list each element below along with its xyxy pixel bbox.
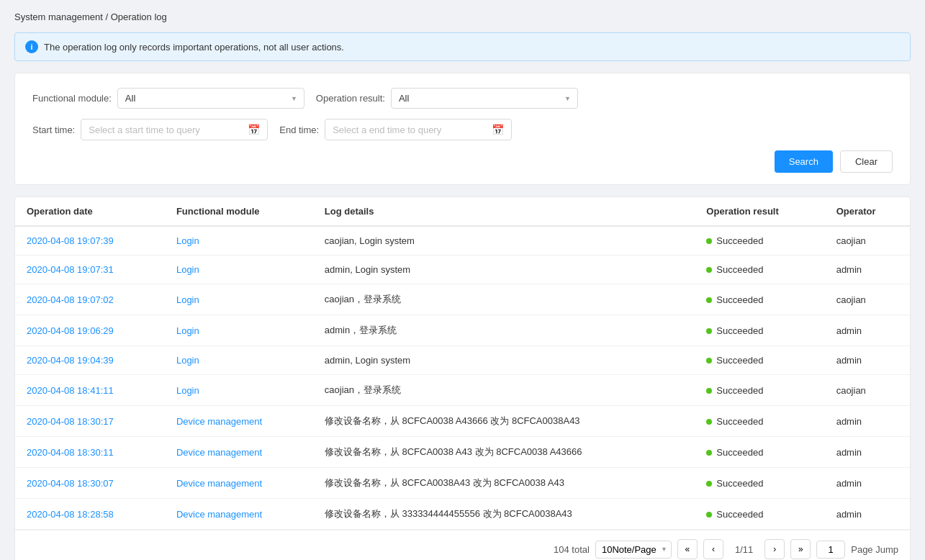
functional-module-label: Functional module: — [32, 93, 112, 104]
cell-details: 修改设备名称，从 8CFCA0038 A43 改为 8CFCA0038 A436… — [313, 437, 695, 468]
cell-module: Login — [165, 284, 313, 315]
cell-details: 修改设备名称，从 8CFCA0038A43 改为 8CFCA0038 A43 — [313, 468, 695, 499]
breadcrumb-current: Operation log — [111, 12, 167, 22]
status-dot — [706, 328, 712, 334]
start-time-input[interactable]: Select a start time to query 📅 — [81, 119, 268, 140]
cell-date: 2020-04-08 19:07:31 — [15, 256, 165, 284]
cell-details: 修改设备名称，从 333334444455556 改为 8CFCA0038A43 — [313, 499, 695, 530]
cell-details: admin, Login system — [313, 346, 695, 375]
end-time-placeholder: Select a end time to query — [333, 125, 441, 135]
clear-button[interactable]: Clear — [840, 150, 893, 173]
table-row: 2020-04-08 18:41:11 Login caojian，登录系统 S… — [15, 375, 910, 406]
cell-result: Succeeded — [695, 256, 824, 284]
table-row: 2020-04-08 19:06:29 Login admin，登录系统 Suc… — [15, 315, 910, 346]
col-header-details: Log details — [313, 197, 695, 226]
cell-module: Device management — [165, 406, 313, 437]
filter-actions: Search Clear — [32, 150, 893, 173]
status-dot — [706, 512, 712, 518]
cell-result: Succeeded — [695, 468, 824, 499]
col-header-operator: Operator — [825, 197, 910, 226]
page-jump-input[interactable] — [816, 541, 845, 559]
end-time-input[interactable]: Select a end time to query 📅 — [325, 119, 512, 140]
functional-module-select[interactable]: All Login Device management User managem… — [117, 88, 304, 109]
next-page-button[interactable]: › — [764, 539, 785, 559]
table-header-row: Operation date Functional module Log det… — [15, 197, 910, 226]
table-row: 2020-04-08 18:28:58 Device management 修改… — [15, 499, 910, 530]
cell-details: admin, Login system — [313, 256, 695, 284]
end-time-group: End time: Select a end time to query 📅 — [279, 119, 512, 140]
cell-module: Login — [165, 346, 313, 375]
info-icon: i — [25, 40, 38, 53]
cell-date: 2020-04-08 18:30:11 — [15, 437, 165, 468]
page-jump-label: Page Jump — [851, 544, 898, 555]
cell-date: 2020-04-08 19:07:39 — [15, 226, 165, 256]
end-time-calendar-icon: 📅 — [492, 124, 504, 135]
table-row: 2020-04-08 19:07:31 Login admin, Login s… — [15, 256, 910, 284]
per-page-select[interactable]: 10Note/Page 20Note/Page 50Note/Page — [595, 541, 672, 559]
cell-result: Succeeded — [695, 437, 824, 468]
cell-result: Succeeded — [695, 315, 824, 346]
per-page-select-wrapper[interactable]: 10Note/Page 20Note/Page 50Note/Page — [595, 541, 672, 559]
cell-result: Succeeded — [695, 226, 824, 256]
cell-result: Succeeded — [695, 346, 824, 375]
operation-result-group: Operation result: All Succeeded Failed — [316, 88, 578, 109]
cell-details: caojian，登录系统 — [313, 284, 695, 315]
table-row: 2020-04-08 18:30:11 Device management 修改… — [15, 437, 910, 468]
page-info: 1/11 — [729, 541, 759, 558]
cell-module: Device management — [165, 468, 313, 499]
table-row: 2020-04-08 19:07:02 Login caojian，登录系统 S… — [15, 284, 910, 315]
cell-date: 2020-04-08 18:30:07 — [15, 468, 165, 499]
cell-date: 2020-04-08 19:04:39 — [15, 346, 165, 375]
cell-result: Succeeded — [695, 284, 824, 315]
cell-date: 2020-04-08 18:30:17 — [15, 406, 165, 437]
cell-module: Device management — [165, 437, 313, 468]
search-button[interactable]: Search — [775, 150, 833, 173]
cell-details: admin，登录系统 — [313, 315, 695, 346]
first-page-button[interactable]: « — [677, 539, 698, 559]
cell-date: 2020-04-08 18:28:58 — [15, 499, 165, 530]
cell-module: Login — [165, 315, 313, 346]
cell-details: caojian, Login system — [313, 226, 695, 256]
cell-module: Login — [165, 256, 313, 284]
cell-result: Succeeded — [695, 499, 824, 530]
status-dot — [706, 481, 712, 487]
col-header-result: Operation result — [695, 197, 824, 226]
status-dot — [706, 238, 712, 244]
start-time-group: Start time: Select a start time to query… — [32, 119, 268, 140]
cell-date: 2020-04-08 19:06:29 — [15, 315, 165, 346]
prev-page-button[interactable]: ‹ — [703, 539, 723, 559]
table-row: 2020-04-08 18:30:17 Device management 修改… — [15, 406, 910, 437]
cell-operator: admin — [825, 315, 910, 346]
filter-panel: Functional module: All Login Device mana… — [14, 73, 911, 185]
cell-result: Succeeded — [695, 375, 824, 406]
cell-module: Login — [165, 226, 313, 256]
operation-result-select[interactable]: All Succeeded Failed — [391, 88, 578, 109]
table-wrapper: Operation date Functional module Log det… — [14, 197, 911, 560]
filter-row-1: Functional module: All Login Device mana… — [32, 88, 893, 109]
cell-operator: admin — [825, 437, 910, 468]
status-dot — [706, 388, 712, 394]
cell-operator: admin — [825, 468, 910, 499]
status-dot — [706, 358, 712, 363]
pagination-bar: 104 total 10Note/Page 20Note/Page 50Note… — [15, 530, 910, 560]
operation-log-table: Operation date Functional module Log det… — [15, 197, 910, 530]
cell-date: 2020-04-08 18:41:11 — [15, 375, 165, 406]
table-row: 2020-04-08 19:07:39 Login caojian, Login… — [15, 226, 910, 256]
filter-row-2: Start time: Select a start time to query… — [32, 119, 893, 140]
cell-operator: caojian — [825, 375, 910, 406]
cell-result: Succeeded — [695, 406, 824, 437]
cell-operator: caojian — [825, 284, 910, 315]
functional-module-group: Functional module: All Login Device mana… — [32, 88, 304, 109]
col-header-module: Functional module — [165, 197, 313, 226]
col-header-date: Operation date — [15, 197, 165, 226]
last-page-button[interactable]: » — [790, 539, 811, 559]
cell-operator: admin — [825, 499, 910, 530]
functional-module-select-wrapper[interactable]: All Login Device management User managem… — [117, 88, 304, 109]
cell-details: caojian，登录系统 — [313, 375, 695, 406]
start-time-label: Start time: — [32, 125, 75, 135]
cell-date: 2020-04-08 19:07:02 — [15, 284, 165, 315]
cell-operator: admin — [825, 346, 910, 375]
operation-result-select-wrapper[interactable]: All Succeeded Failed — [391, 88, 578, 109]
start-time-calendar-icon: 📅 — [248, 124, 260, 135]
status-dot — [706, 267, 712, 273]
